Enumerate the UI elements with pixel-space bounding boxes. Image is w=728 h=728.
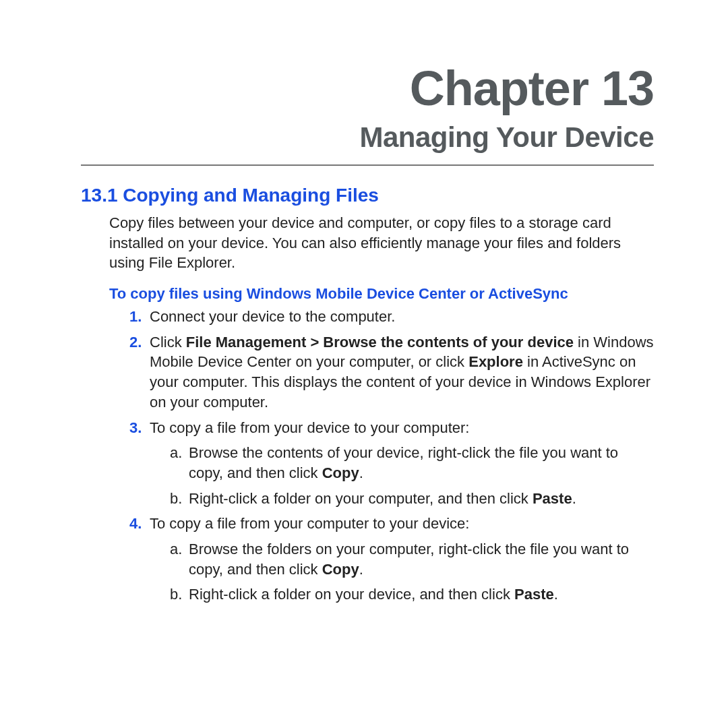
substeps-list: Browse the contents of your device, righ… xyxy=(170,443,654,508)
substep-text-bold: Copy xyxy=(322,561,359,578)
substep-text: Browse the folders on your computer, rig… xyxy=(189,541,629,578)
step-item: To copy a file from your device to your … xyxy=(129,418,654,509)
step-text: To copy a file from your device to your … xyxy=(150,419,469,436)
step-text: To copy a file from your computer to you… xyxy=(150,515,469,532)
step-item: Connect your device to the computer. xyxy=(129,307,654,327)
substep-text: . xyxy=(554,586,558,603)
chapter-number: Chapter 13 xyxy=(81,61,654,116)
substep-text: . xyxy=(359,464,363,481)
divider xyxy=(81,164,654,166)
substep-text: Right-click a folder on your computer, a… xyxy=(189,490,533,507)
document-page: Chapter 13 Managing Your Device 13.1 Cop… xyxy=(0,0,728,650)
step-text: Connect your device to the computer. xyxy=(150,308,395,325)
substep-text: . xyxy=(359,561,363,578)
step-item: Click File Management > Browse the conte… xyxy=(129,332,654,413)
substep-text: Right-click a folder on your device, and… xyxy=(189,586,514,603)
substep-text-bold: Paste xyxy=(514,586,554,603)
substep-text: . xyxy=(572,490,576,507)
section-heading: 13.1 Copying and Managing Files xyxy=(81,185,654,206)
substep-text-bold: Copy xyxy=(322,464,359,481)
step-item: To copy a file from your computer to you… xyxy=(129,514,654,605)
substeps-list: Browse the folders on your computer, rig… xyxy=(170,539,654,605)
chapter-title: Managing Your Device xyxy=(81,121,654,154)
substep-text: Browse the contents of your device, righ… xyxy=(189,444,618,481)
step-text: Click xyxy=(150,334,186,351)
substep-item: Right-click a folder on your computer, a… xyxy=(170,489,654,509)
substep-text-bold: Paste xyxy=(533,490,572,507)
section-intro: Copy files between your device and compu… xyxy=(109,213,654,273)
substep-item: Browse the contents of your device, righ… xyxy=(170,443,654,483)
step-text-bold: File Management > Browse the contents of… xyxy=(186,334,574,351)
substep-item: Browse the folders on your computer, rig… xyxy=(170,539,654,579)
steps-list: Connect your device to the computer. Cli… xyxy=(129,307,654,605)
substep-item: Right-click a folder on your device, and… xyxy=(170,584,654,605)
step-text-bold: Explore xyxy=(468,353,523,370)
subsection-heading: To copy files using Windows Mobile Devic… xyxy=(109,285,654,303)
